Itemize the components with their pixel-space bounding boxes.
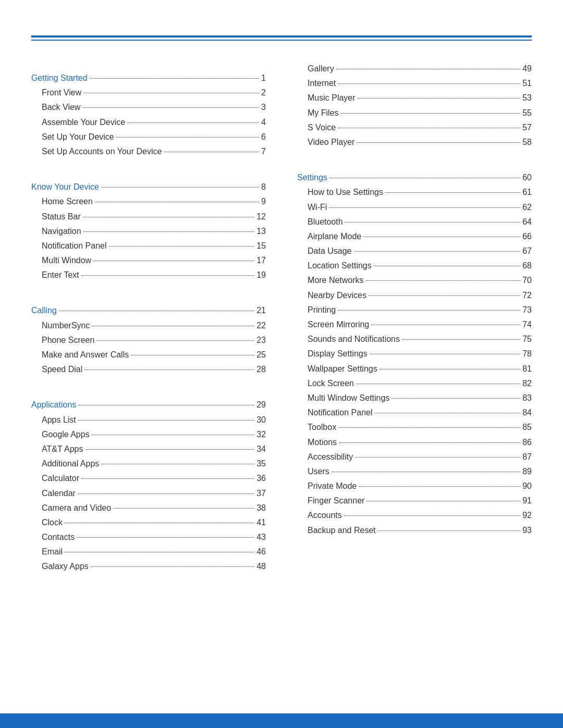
toc-page-number: 21 xyxy=(256,303,266,317)
toc-page-number: 46 xyxy=(256,545,266,559)
toc-item-row: Finger Scanner91 xyxy=(297,493,532,508)
toc-item-row: Users89 xyxy=(297,464,532,478)
toc-page-number: 30 xyxy=(256,413,266,427)
toc-page-number: 87 xyxy=(522,450,532,464)
toc-item-label: Data Usage xyxy=(308,244,352,258)
toc-dots xyxy=(332,472,520,472)
toc-dots xyxy=(109,246,255,246)
toc-item-label: Lock Screen xyxy=(308,376,354,390)
toc-page-number: 75 xyxy=(522,332,532,346)
toc-item-label: Assemble Your Device xyxy=(42,115,125,129)
toc-item-label: Accounts xyxy=(308,508,342,522)
toc-item-label: Phone Screen xyxy=(42,333,94,347)
toc-page-number: 7 xyxy=(261,144,266,158)
toc-dots xyxy=(83,231,255,232)
toc-item-label: AT&T Apps xyxy=(42,442,83,456)
toc-dots xyxy=(101,187,259,188)
toc-item-label: Navigation xyxy=(42,224,81,238)
toc-page-number: 53 xyxy=(522,91,532,105)
toc-page-number: 29 xyxy=(256,398,266,412)
toc-item-label: Bluetooth xyxy=(308,215,343,229)
toc-dots xyxy=(92,326,254,326)
toc-dots xyxy=(356,384,520,384)
toc-item-row: Notification Panel84 xyxy=(297,405,532,419)
toc-dots xyxy=(355,457,520,458)
toc-item-label: Toolbox xyxy=(308,420,336,434)
toc-page-number: 57 xyxy=(522,120,532,134)
toc-dots xyxy=(378,530,520,531)
toc-page-number: 19 xyxy=(256,268,266,282)
toc-item-label: Home Screen xyxy=(42,194,93,208)
left-column: Getting Started1Front View2Back View3Ass… xyxy=(31,61,266,574)
toc-page-number: 51 xyxy=(522,76,532,90)
toc-page-number: 41 xyxy=(256,515,266,529)
toc-item-label: Multi Window xyxy=(42,253,91,267)
toc-dots xyxy=(78,493,254,494)
toc-item-row: Apps List30 xyxy=(31,413,266,427)
toc-dots xyxy=(329,178,520,178)
section-gap xyxy=(297,150,532,161)
toc-page-number: 72 xyxy=(522,288,532,302)
toc-dots xyxy=(83,93,259,93)
toc-item-label: Notification Panel xyxy=(308,405,373,419)
toc-dots xyxy=(371,325,520,325)
toc-item-row: Lock Screen82 xyxy=(297,376,532,390)
toc-dots xyxy=(358,98,521,98)
toc-item-row: Bluetooth64 xyxy=(297,215,532,229)
toc-item-row: Back View3 xyxy=(31,100,266,114)
toc-item-row: Screen Mirroring74 xyxy=(297,317,532,331)
toc-dots xyxy=(402,339,520,340)
toc-item-label: Notification Panel xyxy=(42,239,107,253)
toc-page-number: 73 xyxy=(522,303,532,317)
page: Getting Started1Front View2Back View3Ass… xyxy=(0,0,563,728)
toc-page-number: 32 xyxy=(256,427,266,441)
toc-page-number: 70 xyxy=(522,273,532,287)
toc-item-row: Sounds and Notifications75 xyxy=(297,332,532,346)
toc-page-number: 22 xyxy=(256,318,266,332)
toc-page-number: 62 xyxy=(522,200,532,214)
toc-dots xyxy=(385,192,520,193)
toc-dots xyxy=(370,354,520,354)
toc-item-label: Galaxy Apps xyxy=(42,559,89,573)
toc-item-row: Wi-Fi62 xyxy=(297,200,532,214)
toc-item-row: Additional Apps35 xyxy=(31,456,266,471)
toc-item-label: Music Player xyxy=(308,91,356,105)
toc-item-row: Google Apps32 xyxy=(31,427,266,441)
toc-item-label: Make and Answer Calls xyxy=(42,348,129,362)
toc-item-label: Gallery xyxy=(308,61,334,76)
toc-dots xyxy=(366,501,520,501)
toc-item-row: Set Up Accounts on Your Device7 xyxy=(31,144,266,158)
toc-dots xyxy=(77,537,254,538)
toc-dots xyxy=(90,78,259,79)
toc-item-row: Clock41 xyxy=(31,515,266,529)
toc-page-number: 58 xyxy=(522,135,532,149)
toc-page-number: 83 xyxy=(522,391,532,405)
toc-dots xyxy=(380,369,521,369)
toc-item-label: Additional Apps xyxy=(42,456,99,471)
toc-item-label: NumberSync xyxy=(42,318,90,332)
toc-page-number: 37 xyxy=(256,486,266,500)
toc-item-row: Contacts43 xyxy=(31,530,266,544)
toc-dots xyxy=(336,69,521,69)
toc-item-label: Multi Window Settings xyxy=(308,391,389,405)
toc-dots xyxy=(82,107,259,108)
toc-item-label: Set Up Your Device xyxy=(42,130,114,144)
toc-page-number: 66 xyxy=(522,229,532,243)
divider-thin xyxy=(31,40,532,41)
toc-page-number: 85 xyxy=(522,420,532,434)
toc-dots xyxy=(354,251,521,252)
toc-item-label: Set Up Accounts on Your Device xyxy=(42,144,162,158)
toc-item-label: More Networks xyxy=(308,273,364,287)
toc-dots xyxy=(357,142,520,143)
toc-item-row: Email46 xyxy=(31,545,266,559)
toc-section-label: Applications xyxy=(31,398,76,412)
toc-dots xyxy=(101,464,254,464)
toc-page-number: 48 xyxy=(256,559,266,573)
toc-item-row: Multi Window Settings83 xyxy=(297,391,532,405)
toc-dots xyxy=(345,222,521,223)
toc-dots xyxy=(84,369,254,370)
toc-dots xyxy=(81,275,254,276)
toc-page-number: 34 xyxy=(256,442,266,456)
toc-page-number: 68 xyxy=(522,258,532,273)
toc-item-label: Google Apps xyxy=(42,427,90,441)
